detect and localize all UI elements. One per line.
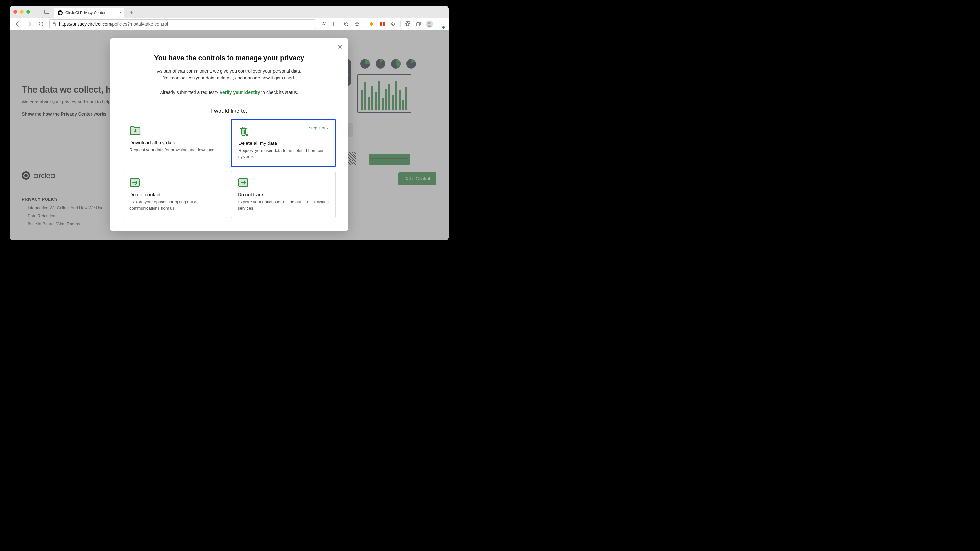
modal-subheading: I would like to: [123,108,336,114]
forward-button[interactable] [24,19,35,29]
tab-strip: ◉ CircleCI Privacy Center × + [54,6,136,18]
trash-x-icon [239,126,250,136]
more-icon[interactable]: ⋯ [435,19,445,29]
titlebar: ◉ CircleCI Privacy Center × + [10,6,449,18]
card-title: Download all my data [129,140,221,145]
card-delete-data[interactable]: Step 1 of 2 Delete all my data Request y… [231,119,336,167]
sidebar-toggle-icon[interactable] [42,7,52,17]
svg-rect-10 [417,23,420,26]
modal-title: You have the controls to manage your pri… [123,54,336,62]
favorites-bar-icon[interactable] [402,19,413,29]
step-badge: Step 1 of 2 [309,125,329,130]
tab-title: CircleCI Privacy Center [65,11,105,15]
card-do-not-track[interactable]: Do not track Explore your options for op… [231,171,336,218]
svg-rect-2 [53,24,56,26]
card-desc: Explore your options for opting out of o… [238,199,329,211]
window-maximize-button[interactable] [26,10,30,14]
arrow-right-box-icon [238,178,249,187]
card-desc: Explore your options for opting out of c… [129,199,221,211]
verify-identity-link[interactable]: Verify your identity [220,90,260,95]
extensions-icon[interactable] [388,19,398,29]
card-title: Do not track [238,192,329,197]
reload-button[interactable] [36,19,46,29]
toolbar-right: A» ✱ ▮▮ ⋯ [319,19,445,29]
option-cards: Download all my data Request your data f… [123,119,336,218]
browser-tab[interactable]: ◉ CircleCI Privacy Center × [54,8,124,18]
collections-icon[interactable] [414,19,424,29]
card-title: Delete all my data [239,140,328,146]
modal-close-button[interactable] [336,43,344,51]
toolbar: https://privacy.circleci.com/policies?mo… [10,18,449,30]
card-desc: Request your data for browsing and downl… [129,147,221,153]
address-bar[interactable]: https://privacy.circleci.com/policies?mo… [49,19,316,29]
lock-icon [52,22,56,26]
back-button[interactable] [13,19,23,29]
window-controls [13,10,30,14]
svg-rect-0 [45,10,49,14]
extension-1-icon[interactable]: ✱ [366,19,377,29]
folder-download-icon [129,125,141,135]
svg-line-7 [347,25,348,26]
new-tab-button[interactable]: + [127,8,136,17]
read-aloud-icon[interactable]: A» [319,19,329,29]
card-desc: Request your user data to be deleted fro… [239,148,328,160]
window-minimize-button[interactable] [20,10,24,14]
privacy-modal: You have the controls to manage your pri… [110,38,348,231]
card-title: Do not contact [129,192,221,197]
viewport: The data we collect, how it's u We care … [10,30,449,240]
reader-icon[interactable] [330,19,340,29]
arrow-right-box-icon [129,178,141,187]
card-download-data[interactable]: Download all my data Request your data f… [123,119,227,167]
url-text: https://privacy.circleci.com/policies?mo… [59,21,168,27]
zoom-icon[interactable] [341,19,351,29]
tab-favicon: ◉ [58,10,63,15]
tab-close-icon[interactable]: × [119,10,122,15]
browser-window: ◉ CircleCI Privacy Center × + https://pr… [10,6,449,240]
favorite-icon[interactable] [352,19,362,29]
profile-icon[interactable] [424,19,434,29]
modal-description: As part of that commitment, we give you … [156,68,303,81]
window-close-button[interactable] [13,10,17,14]
modal-status: Already submitted a request? Verify your… [123,90,336,95]
card-do-not-contact[interactable]: Do not contact Explore your options for … [123,171,227,218]
svg-point-12 [428,22,431,24]
extension-2-icon[interactable]: ▮▮ [377,19,387,29]
